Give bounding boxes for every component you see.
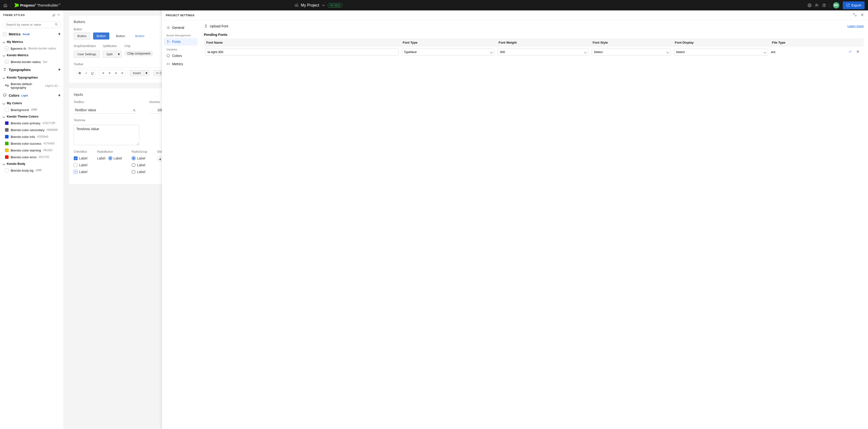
metric-kendo-border-radius[interactable]: ↔ $kendo-border-radius 2px (0, 58, 64, 65)
upload-font-button[interactable]: Upload Font (210, 24, 228, 28)
sidebar-item-colors[interactable]: Colors Light + (0, 91, 64, 100)
colors-badge: Light (21, 94, 28, 97)
align-left-button[interactable]: ≡ (100, 70, 106, 76)
learn-more-link[interactable]: Learn more (848, 24, 864, 28)
upload-icon[interactable] (204, 24, 208, 28)
insert-button[interactable]: Insert (130, 70, 144, 76)
export-button[interactable]: Export (843, 1, 865, 9)
panel-title: PROJECT SETTINGS (166, 14, 194, 17)
pending-fonts-title: Pending Fonts (204, 33, 864, 37)
checkbox-indeterminate[interactable]: Label (74, 170, 87, 174)
help-icon[interactable] (822, 3, 826, 7)
sidebar-item-typographies[interactable]: Typographies + (0, 65, 64, 74)
textarea-input[interactable] (74, 125, 139, 145)
nav-colors[interactable]: Colors (164, 52, 197, 60)
nav-section-variables: Variables (164, 46, 197, 52)
swatch (5, 135, 9, 139)
button-flat[interactable]: Button (112, 32, 129, 39)
avatar[interactable]: RK (833, 2, 839, 8)
radiogroup-item[interactable]: Label (132, 170, 147, 174)
theme-color-item[interactable]: $kendo-color-warning#ffc000 (0, 147, 64, 154)
brand-strong: Progress (20, 3, 35, 7)
nav-metrics[interactable]: Metrics (164, 60, 197, 68)
group-kendo-typographies[interactable]: Kendo Typographies (0, 74, 64, 81)
theme-color-item[interactable]: $kendo-color-success#37b400 (0, 140, 64, 147)
search-icon[interactable] (54, 22, 58, 27)
close-icon[interactable] (860, 13, 864, 18)
svg-point-3 (824, 6, 824, 6)
svg-point-0 (809, 5, 810, 6)
add-icon[interactable]: + (58, 93, 61, 98)
panel-nav: General Assets Management Fonts Variable… (162, 20, 199, 429)
theme-color-item[interactable]: $kendo-color-info#0058e9 (0, 133, 64, 140)
checkbox-checked[interactable]: ✓Label (74, 156, 87, 160)
radio-unselected[interactable]: Label (97, 156, 105, 160)
checkbox-unchecked[interactable]: Label (74, 163, 87, 167)
color-background[interactable]: $background #ffffff (0, 106, 64, 113)
font-display-select[interactable]: Select (674, 48, 768, 56)
color-body-bg[interactable]: $kendo-body-bg #ffffff (0, 167, 64, 174)
clear-icon[interactable]: ✕ (133, 108, 136, 113)
home-icon[interactable] (3, 3, 7, 7)
button-default[interactable]: Button (74, 32, 90, 39)
project-name: My Project (301, 3, 319, 7)
theme-color-item[interactable]: $kendo-color-secondary#666666 (0, 127, 64, 133)
chip[interactable]: Chip component (124, 51, 153, 56)
type-icon (3, 67, 7, 72)
export-label: Export (851, 3, 861, 7)
align-right-button[interactable]: ≡ (113, 70, 119, 76)
textbox-input[interactable] (74, 107, 137, 114)
slider-decrement[interactable]: ◀ (157, 156, 162, 162)
align-center-button[interactable]: ≡ (106, 70, 113, 76)
font-style-select[interactable]: Select (592, 48, 671, 56)
group-my-colors[interactable]: My Colors (0, 100, 64, 106)
button-link[interactable]: Button (132, 32, 148, 39)
theme-color-item[interactable]: $kendo-color-primary#2627c5ff (0, 120, 64, 127)
group-kendo-body[interactable]: Kendo Body (0, 160, 64, 167)
metric-generic-fs[interactable]: ↔ $generic-fs $kendo-border-radius (0, 45, 64, 52)
radiogroup-item[interactable]: Label (132, 156, 147, 160)
dropdown-button[interactable]: User Settings (74, 51, 100, 58)
underline-button[interactable]: U (89, 70, 96, 76)
button-primary[interactable]: Button (93, 32, 110, 39)
group-my-metrics[interactable]: My Metrics (0, 38, 64, 45)
project-dropdown-icon[interactable] (321, 3, 326, 7)
version-badge: R3 2023 (328, 3, 342, 7)
add-user-icon[interactable] (815, 3, 819, 7)
chip-label: Chip (124, 44, 153, 48)
nav-general[interactable]: General (164, 24, 197, 32)
theme-color-item[interactable]: $kendo-color-error#f31700 (0, 154, 64, 160)
add-icon[interactable]: + (58, 32, 61, 37)
radiogroup-item[interactable]: Label (132, 163, 147, 167)
align-justify-button[interactable]: ≡ (119, 70, 125, 76)
typography-default[interactable]: Ag $kendo-default-typography 14px/1.42… (0, 81, 64, 91)
radio-selected[interactable]: Label (108, 156, 122, 160)
sidebar-item-metrics[interactable]: ↔ Metrics Small + (0, 30, 64, 38)
group-kendo-metrics[interactable]: Kendo Metrics (0, 52, 64, 58)
font-type-select[interactable]: Typeface (402, 48, 495, 56)
group-kendo-theme-colors[interactable]: Kendo Theme Colors (0, 113, 64, 120)
split-main[interactable]: Split (103, 51, 116, 58)
expand-icon[interactable] (853, 13, 857, 18)
gear-icon[interactable] (808, 3, 811, 7)
split-button[interactable]: Split ▾ (103, 51, 121, 58)
nav-fonts[interactable]: Fonts (164, 38, 197, 45)
chevron-down-icon (490, 51, 493, 53)
paint-bucket-icon[interactable] (52, 13, 56, 17)
progress-icon (14, 3, 19, 7)
italic-button[interactable]: I (83, 70, 89, 76)
search-input[interactable] (3, 21, 61, 28)
chevron-down-icon[interactable] (57, 13, 61, 17)
chevron-down-icon[interactable]: ▾ (144, 70, 149, 76)
swatch (5, 148, 9, 152)
confirm-icon[interactable] (848, 50, 852, 54)
font-name-input[interactable] (205, 48, 399, 56)
remove-icon[interactable] (856, 50, 860, 54)
svg-point-1 (816, 4, 817, 5)
bold-button[interactable]: B (76, 70, 83, 76)
numeric-input[interactable] (149, 107, 164, 114)
add-icon[interactable]: + (58, 67, 61, 72)
chevron-down-icon[interactable]: ▾ (116, 51, 121, 58)
metrics-icon: ↔ (3, 32, 7, 36)
font-weight-select[interactable]: 300 (498, 48, 589, 56)
